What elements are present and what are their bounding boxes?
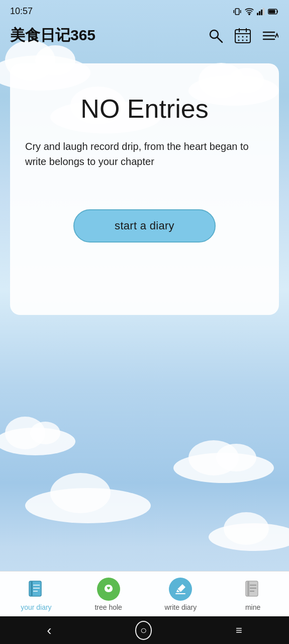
svg-point-14 xyxy=(238,36,240,37)
system-nav-bar: ‹ ○ ≡ xyxy=(0,616,289,644)
header-icons xyxy=(207,27,279,45)
home-button[interactable]: ○ xyxy=(135,621,152,640)
nav-item-tree-hole[interactable]: tree hole xyxy=(88,578,129,611)
menu-button[interactable] xyxy=(261,27,279,45)
start-diary-button[interactable]: start a diary xyxy=(73,209,216,243)
no-entries-title: NO Entries xyxy=(25,94,264,124)
tree-hole-icon xyxy=(102,583,115,596)
tree-hole-icon-wrap xyxy=(97,578,120,601)
svg-point-19 xyxy=(246,39,248,41)
status-time: 10:57 xyxy=(10,6,33,17)
main-card: NO Entries Cry and laugh record drip, fr… xyxy=(10,63,279,315)
write-diary-label: write diary xyxy=(164,603,197,611)
svg-rect-30 xyxy=(247,581,249,596)
app-title: 美食日记365 xyxy=(10,25,95,46)
your-diary-label: your diary xyxy=(21,603,51,611)
status-bar: 10:57 xyxy=(0,0,289,20)
svg-rect-4 xyxy=(261,10,262,15)
svg-point-1 xyxy=(249,14,250,15)
menu-icon xyxy=(261,27,278,44)
bottom-nav: your diary tree hole write diary xyxy=(0,571,289,616)
mine-label: mine xyxy=(245,603,260,611)
svg-rect-3 xyxy=(259,11,260,15)
svg-point-15 xyxy=(242,36,244,37)
write-diary-icon xyxy=(174,583,186,595)
vibrate-icon xyxy=(233,7,242,16)
wifi-icon xyxy=(245,8,254,16)
write-diary-circle xyxy=(169,578,192,601)
back-button[interactable]: ‹ xyxy=(37,618,61,642)
svg-line-9 xyxy=(217,37,222,42)
svg-point-18 xyxy=(242,39,244,41)
svg-rect-7 xyxy=(269,10,275,13)
recent-apps-button[interactable]: ≡ xyxy=(226,620,252,641)
write-diary-icon-wrap xyxy=(169,578,192,601)
calendar-icon xyxy=(234,27,251,44)
mine-icon xyxy=(243,580,262,599)
battery-icon xyxy=(268,8,279,15)
calendar-button[interactable] xyxy=(234,27,252,45)
your-diary-icon-wrap xyxy=(25,578,48,601)
your-diary-icon xyxy=(27,580,46,599)
app-header: 美食日记365 xyxy=(0,20,289,53)
mine-icon-wrap xyxy=(241,578,264,601)
cloud-5 xyxy=(173,453,274,483)
status-icons xyxy=(233,7,279,16)
nav-item-mine[interactable]: mine xyxy=(233,578,273,611)
svg-rect-5 xyxy=(263,8,264,15)
start-button-wrapper: start a diary xyxy=(25,209,264,243)
nav-item-your-diary[interactable]: your diary xyxy=(16,578,56,611)
svg-point-17 xyxy=(238,39,240,41)
tree-hole-circle xyxy=(97,578,120,601)
svg-rect-0 xyxy=(235,9,239,15)
svg-point-16 xyxy=(246,36,248,37)
nav-item-write-diary[interactable]: write diary xyxy=(160,578,201,611)
tree-hole-label: tree hole xyxy=(94,603,122,611)
signal-icon xyxy=(257,8,265,16)
no-entries-description: Cry and laugh record drip, from the hear… xyxy=(25,139,264,169)
svg-rect-2 xyxy=(257,13,258,15)
search-icon xyxy=(208,28,224,44)
cloud-6 xyxy=(25,488,151,523)
search-button[interactable] xyxy=(207,27,225,45)
svg-rect-24 xyxy=(31,581,33,596)
